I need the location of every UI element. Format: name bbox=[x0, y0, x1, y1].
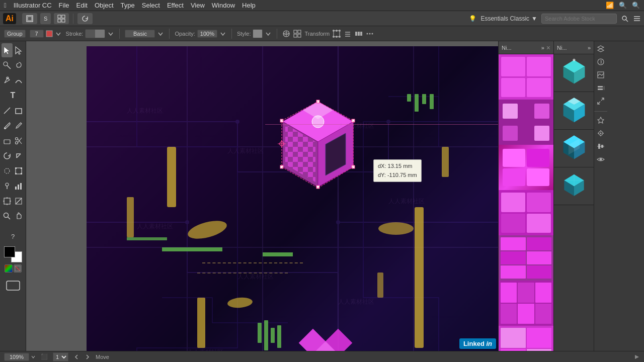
zoom-input[interactable] bbox=[4, 353, 29, 361]
scale-tool[interactable] bbox=[13, 149, 24, 163]
bar-graph-tool[interactable] bbox=[13, 179, 24, 193]
doc-settings-btn[interactable] bbox=[22, 13, 37, 24]
symbol-sprayer[interactable] bbox=[2, 179, 13, 193]
stroke-weight[interactable]: 7 bbox=[30, 30, 44, 38]
cube-graphic-2[interactable] bbox=[554, 92, 594, 130]
illustrator-menu[interactable]: Illustrator CC bbox=[14, 2, 52, 9]
svg-rect-28 bbox=[355, 32, 357, 36]
swatch-7[interactable] bbox=[499, 326, 553, 351]
eraser-tool[interactable] bbox=[2, 134, 13, 148]
workspace-selector[interactable]: Essentials Classic ▼ bbox=[480, 15, 537, 22]
swatch-3[interactable] bbox=[499, 145, 553, 190]
distribute-icon[interactable] bbox=[355, 30, 363, 38]
zoom-tool[interactable] bbox=[2, 209, 13, 223]
type-menu[interactable]: Type bbox=[121, 2, 135, 9]
stroke-swatch[interactable] bbox=[85, 29, 105, 38]
svg-marker-120 bbox=[598, 49, 604, 52]
object-menu[interactable]: Object bbox=[95, 2, 114, 9]
svg-rect-48 bbox=[15, 167, 17, 169]
style-arrow[interactable] bbox=[265, 30, 272, 37]
grid-view-icon[interactable] bbox=[293, 30, 301, 38]
pencil-tool[interactable] bbox=[13, 119, 24, 133]
color-icon-btn[interactable] bbox=[595, 56, 606, 67]
svg-rect-5 bbox=[62, 19, 65, 22]
properties-btn[interactable] bbox=[595, 128, 606, 139]
svg-rect-40 bbox=[4, 140, 10, 144]
paintbrush-tool[interactable] bbox=[2, 119, 13, 133]
arrange-btn[interactable] bbox=[54, 13, 69, 24]
hand-tool[interactable] bbox=[13, 209, 24, 223]
brush-type[interactable]: Basic bbox=[125, 30, 155, 38]
swatch-5[interactable] bbox=[499, 235, 553, 281]
cube-graphic-1[interactable] bbox=[554, 54, 594, 92]
artboard-dropdown[interactable]: 1 bbox=[53, 352, 68, 361]
type-tool[interactable]: T bbox=[2, 88, 24, 103]
direct-selection-tool[interactable] bbox=[13, 43, 24, 57]
align-icon-btn[interactable] bbox=[595, 141, 606, 152]
prev-artboard[interactable] bbox=[73, 354, 79, 360]
edit-menu[interactable]: Edit bbox=[76, 2, 88, 9]
slice-tool[interactable] bbox=[13, 194, 24, 208]
color-guide[interactable] bbox=[5, 264, 13, 273]
reset-btn[interactable] bbox=[77, 13, 93, 24]
curvature-tool[interactable] bbox=[13, 73, 24, 87]
stock-search[interactable] bbox=[541, 14, 617, 24]
free-transform-tool[interactable] bbox=[13, 164, 24, 178]
transform-btn[interactable]: Transform bbox=[304, 31, 330, 37]
lasso-tool[interactable] bbox=[13, 58, 24, 72]
close-swatches[interactable]: × bbox=[546, 44, 550, 52]
cube-graphic-4[interactable] bbox=[554, 167, 594, 205]
artboard-tool[interactable] bbox=[2, 194, 13, 208]
magic-wand-tool[interactable] bbox=[2, 58, 13, 72]
libraries-btn[interactable] bbox=[595, 82, 606, 94]
transform-icon[interactable] bbox=[333, 30, 341, 38]
select-menu[interactable]: Select bbox=[142, 2, 160, 9]
rect-tool[interactable] bbox=[13, 104, 24, 118]
search-icon[interactable]: 🔍 bbox=[632, 2, 640, 9]
eye-icon-btn[interactable] bbox=[595, 154, 606, 165]
align-icon[interactable] bbox=[344, 30, 352, 38]
char-styles-btn[interactable]: S bbox=[40, 13, 51, 24]
cube-graphic-3[interactable] bbox=[554, 130, 594, 167]
zoom-control bbox=[4, 353, 36, 361]
zoom-dropdown-arrow[interactable] bbox=[31, 354, 36, 359]
help-tool[interactable]: ? bbox=[2, 229, 24, 243]
draw-mode[interactable] bbox=[2, 279, 24, 293]
line-tool[interactable] bbox=[2, 104, 13, 118]
brush-arrow[interactable] bbox=[157, 30, 164, 37]
expand-btn[interactable] bbox=[595, 96, 606, 107]
global-icon[interactable] bbox=[282, 30, 290, 38]
stroke-down-arrow[interactable] bbox=[55, 30, 62, 37]
more-icon[interactable] bbox=[366, 30, 374, 38]
view-menu[interactable]: View bbox=[191, 2, 205, 9]
pen-tool[interactable] bbox=[2, 73, 13, 87]
style-swatch[interactable] bbox=[253, 29, 263, 38]
linkedin-badge[interactable]: Linked in bbox=[459, 338, 496, 349]
image-trace-btn[interactable] bbox=[595, 69, 606, 80]
collapse-swatches[interactable]: » bbox=[541, 45, 544, 51]
swatch-2[interactable] bbox=[499, 100, 553, 145]
swatch-6[interactable] bbox=[499, 281, 553, 326]
warp-tool[interactable] bbox=[2, 164, 13, 178]
swatch-1[interactable] bbox=[499, 54, 553, 100]
window-menu[interactable]: Window bbox=[212, 2, 235, 9]
scissors-tool[interactable] bbox=[13, 134, 24, 148]
effect-menu[interactable]: Effect bbox=[167, 2, 184, 9]
opacity-arrow[interactable] bbox=[219, 30, 226, 37]
file-menu[interactable]: File bbox=[59, 2, 69, 9]
layers-icon-btn[interactable] bbox=[595, 43, 606, 54]
rotate-tool[interactable] bbox=[2, 149, 13, 163]
swatch-4[interactable] bbox=[499, 190, 553, 235]
no-fill-btn[interactable] bbox=[14, 264, 22, 273]
play-btn[interactable] bbox=[634, 354, 640, 360]
svg-point-42 bbox=[16, 142, 18, 144]
symbols-btn[interactable] bbox=[595, 115, 606, 126]
stroke-arrow[interactable] bbox=[107, 30, 114, 37]
opacity-value[interactable]: 100% bbox=[197, 30, 217, 38]
apple-menu[interactable]:  bbox=[4, 2, 7, 9]
next-artboard[interactable] bbox=[85, 354, 91, 360]
stroke-color-icon[interactable] bbox=[46, 30, 53, 37]
selection-tool[interactable] bbox=[2, 43, 13, 57]
help-menu[interactable]: Help bbox=[242, 2, 256, 9]
collapse-graphics[interactable]: » bbox=[588, 45, 591, 51]
